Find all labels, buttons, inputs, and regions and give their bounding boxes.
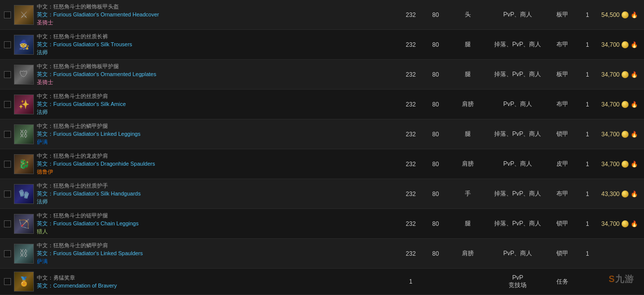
item-price: 34,700🔥 [597, 119, 644, 149]
item-en-name[interactable]: 英文：Furious Gladiator's Linked Spaulders [37, 250, 143, 257]
item-source: PvP、商人 [488, 90, 547, 119]
item-cn-name: 中文：狂怒角斗士的链甲护腿 [37, 212, 138, 219]
item-cn-name: 中文：狂怒角斗士的丝质长裤 [37, 33, 132, 40]
item-source: PvP竞技场 [488, 269, 547, 295]
item-icon: 🧤 [14, 184, 34, 204]
price-value: 34,700 [601, 101, 620, 108]
item-level: 80 [423, 149, 448, 179]
item-class-label: 圣骑士 [37, 79, 156, 86]
item-count: 1 [577, 0, 597, 30]
item-price: 34,700🔥 [597, 209, 644, 239]
row-checkbox[interactable] [4, 11, 11, 18]
item-en-name[interactable]: 英文：Furious Gladiator's Chain Leggings [37, 220, 138, 227]
item-armor-type: 板甲 [547, 60, 577, 90]
row-checkbox[interactable] [4, 71, 11, 78]
item-count: 1 [577, 149, 597, 179]
item-info: 中文：狂怒角斗士的链甲护腿英文：Furious Gladiator's Chai… [37, 212, 138, 235]
item-price: 43,300🔥 [597, 179, 644, 209]
item-en-name[interactable]: 英文：Commendation of Bravery [37, 282, 117, 290]
item-info: 中文：狂怒角斗士的丝质长裤英文：Furious Gladiator's Silk… [37, 33, 132, 56]
item-class-label: 法师 [37, 108, 126, 116]
row-checkbox[interactable] [4, 278, 11, 285]
item-level: 80 [423, 0, 448, 30]
row-checkbox[interactable] [4, 161, 11, 168]
item-cn-name: 中文：狂怒角斗士的丝质护肩 [37, 93, 126, 100]
price-value: 43,300 [601, 191, 620, 197]
item-armor-type: 皮甲 [547, 149, 577, 179]
item-slot: 腿 [448, 209, 488, 239]
watermark-s: S [609, 274, 615, 284]
item-level: 80 [423, 90, 448, 119]
table-row: 🛡中文：狂怒角斗士的雕饰板甲护腿英文：Furious Gladiator's O… [0, 60, 644, 90]
item-en-name[interactable]: 英文：Furious Gladiator's Dragonhide Spauld… [37, 160, 155, 168]
item-ilvl: 232 [398, 209, 423, 239]
item-icon: ⛓ [14, 124, 34, 144]
fire-icon: 🔥 [631, 71, 638, 78]
price-value: 34,700 [601, 161, 620, 168]
row-checkbox[interactable] [4, 41, 11, 48]
item-slot: 腿 [448, 30, 488, 60]
item-level: 80 [423, 179, 448, 209]
fire-icon: 🔥 [631, 41, 638, 48]
item-cell: ✨中文：狂怒角斗士的丝质护肩英文：Furious Gladiator's Sil… [0, 90, 398, 119]
fire-icon: 🔥 [631, 220, 638, 227]
item-cell: 🏅中文：勇猛奖章英文：Commendation of Bravery [0, 269, 398, 295]
item-source: 掉落、PvP、商人 [488, 119, 547, 149]
item-slot: 肩膀 [448, 239, 488, 269]
item-ilvl: 232 [398, 119, 423, 149]
item-price: 34,700🔥 [597, 30, 644, 60]
gold-coin-icon [622, 161, 629, 168]
item-en-name[interactable]: 英文：Furious Gladiator's Linked Leggings [37, 130, 140, 138]
item-slot: 手 [448, 179, 488, 209]
price-display: 34,700🔥 [601, 41, 638, 48]
item-icon: 🏅 [14, 272, 34, 292]
item-cell: ⛓中文：狂怒角斗士的鳞甲护肩英文：Furious Gladiator's Lin… [0, 239, 398, 269]
item-source: 掉落、PvP、商人 [488, 209, 547, 239]
item-slot: 腿 [448, 119, 488, 149]
item-icon: 🛡 [14, 65, 34, 85]
item-source: 掉落、PvP、商人 [488, 30, 547, 60]
row-checkbox[interactable] [4, 101, 11, 108]
row-checkbox[interactable] [4, 220, 11, 227]
item-count: 1 [577, 179, 597, 209]
item-slot: 腿 [448, 60, 488, 90]
price-display: 43,300🔥 [601, 191, 638, 197]
item-en-name[interactable]: 英文：Furious Gladiator's Ornamented Legpla… [37, 71, 156, 78]
item-ilvl: 232 [398, 60, 423, 90]
item-ilvl: 1 [398, 269, 423, 295]
item-count: 1 [577, 60, 597, 90]
table-row: 🏹中文：狂怒角斗士的链甲护腿英文：Furious Gladiator's Cha… [0, 209, 644, 239]
item-cell: ⚔中文：狂怒角斗士的雕饰板甲头盔英文：Furious Gladiator's O… [0, 0, 398, 30]
price-value: 34,700 [601, 220, 620, 227]
item-ilvl: 232 [398, 30, 423, 60]
item-class-label: 法师 [37, 198, 141, 205]
watermark: S九游 [609, 273, 634, 285]
row-checkbox[interactable] [4, 250, 11, 257]
item-info: 中文：狂怒角斗士的雕饰板甲护腿英文：Furious Gladiator's Or… [37, 63, 156, 86]
item-class-label: 圣骑士 [37, 19, 159, 26]
fire-icon: 🔥 [631, 101, 638, 108]
table-row: 🧤中文：狂怒角斗士的丝质护手英文：Furious Gladiator's Sil… [0, 179, 644, 209]
price-display: 34,700🔥 [601, 161, 638, 168]
item-class-label: 萨满 [37, 258, 143, 265]
item-class-label: 德鲁伊 [37, 168, 155, 176]
fire-icon: 🔥 [631, 131, 638, 138]
row-checkbox[interactable] [4, 191, 11, 197]
item-en-name[interactable]: 英文：Furious Gladiator's Ornamented Headco… [37, 11, 159, 18]
item-en-name[interactable]: 英文：Furious Gladiator's Silk Trousers [37, 41, 132, 48]
item-cell: 🐉中文：狂怒角斗士的龙皮护肩英文：Furious Gladiator's Dra… [0, 149, 398, 179]
fire-icon: 🔥 [631, 11, 638, 18]
item-class-label: 萨满 [37, 138, 140, 146]
price-display: 34,700🔥 [601, 71, 638, 78]
item-level: 80 [423, 60, 448, 90]
item-count: 1 [577, 90, 597, 119]
item-count: 1 [577, 239, 597, 269]
row-checkbox[interactable] [4, 131, 11, 138]
item-en-name[interactable]: 英文：Furious Gladiator's Silk Amice [37, 100, 126, 108]
table-row: 🐉中文：狂怒角斗士的龙皮护肩英文：Furious Gladiator's Dra… [0, 149, 644, 179]
item-en-name[interactable]: 英文：Furious Gladiator's Silk Handguards [37, 190, 141, 197]
table-row: ⛓中文：狂怒角斗士的鳞甲护腿英文：Furious Gladiator's Lin… [0, 119, 644, 149]
item-ilvl: 232 [398, 90, 423, 119]
item-cell: 🧙中文：狂怒角斗士的丝质长裤英文：Furious Gladiator's Sil… [0, 30, 398, 60]
item-info: 中文：狂怒角斗士的鳞甲护肩英文：Furious Gladiator's Link… [37, 242, 143, 265]
